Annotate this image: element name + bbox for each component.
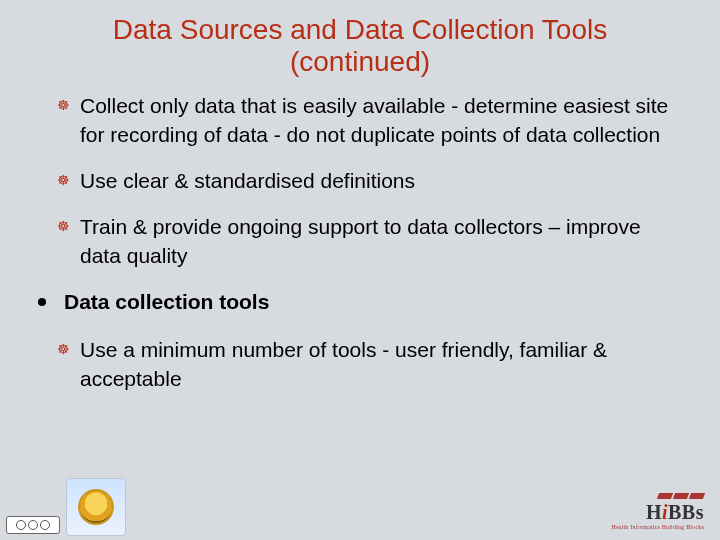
hibbs-wordmark: HiBBs <box>611 501 704 524</box>
wheel-bullet-icon: ☸ <box>56 219 70 233</box>
crest-emblem-icon <box>78 489 114 525</box>
wheel-bullet-icon: ☸ <box>56 342 70 356</box>
bullet-heading-text: Data collection tools <box>64 288 269 316</box>
bullet-text: Collect only data that is easily availab… <box>80 92 670 149</box>
cc-icon <box>28 520 38 530</box>
slide-footer: HiBBs Health Informatics Building Blocks <box>0 466 720 540</box>
bullet-text: Use a minimum number of tools - user fri… <box>80 336 670 393</box>
cc-icon <box>40 520 50 530</box>
dot-bullet-icon <box>38 298 46 306</box>
slide: Data Sources and Data Collection Tools (… <box>0 0 720 540</box>
bullet-text: Train & provide ongoing support to data … <box>80 213 670 270</box>
crest-logo <box>66 478 126 536</box>
hibbs-letter: H <box>646 501 662 523</box>
cc-license-badge <box>6 516 60 534</box>
bullet-item: ☸ Use a minimum number of tools - user f… <box>56 336 670 393</box>
wheel-bullet-icon: ☸ <box>56 173 70 187</box>
hibbs-stripes-icon <box>611 493 704 499</box>
bullet-item-heading: Data collection tools <box>56 288 670 316</box>
cc-icon <box>16 520 26 530</box>
bullet-item: ☸ Train & provide ongoing support to dat… <box>56 213 670 270</box>
hibbs-logo: HiBBs Health Informatics Building Blocks <box>611 493 704 530</box>
bullet-item: ☸ Collect only data that is easily avail… <box>56 92 670 149</box>
hibbs-letter: BBs <box>668 501 704 523</box>
slide-title: Data Sources and Data Collection Tools (… <box>0 0 720 86</box>
bullet-item: ☸ Use clear & standardised definitions <box>56 167 670 195</box>
hibbs-tagline: Health Informatics Building Blocks <box>611 524 704 530</box>
bullet-text: Use clear & standardised definitions <box>80 167 415 195</box>
wheel-bullet-icon: ☸ <box>56 98 70 112</box>
slide-body: ☸ Collect only data that is easily avail… <box>0 86 720 393</box>
